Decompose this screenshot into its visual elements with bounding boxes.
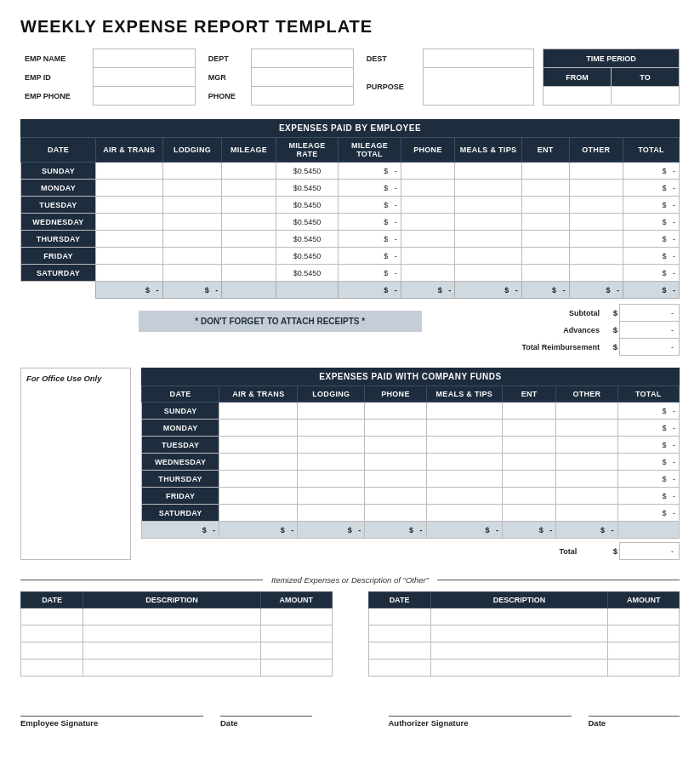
lodging-cell[interactable] (162, 197, 222, 214)
phone-cell[interactable] (401, 163, 454, 180)
item-desc-r[interactable] (430, 642, 608, 660)
ent-cell[interactable] (521, 248, 569, 265)
item-date-l[interactable] (21, 660, 83, 677)
item-desc-l[interactable] (83, 608, 261, 625)
air-trans-cell[interactable] (95, 265, 162, 282)
co-meals-tips-cell[interactable] (426, 403, 502, 420)
mileage-cell[interactable] (222, 163, 276, 180)
ent-cell[interactable] (521, 265, 569, 282)
mileage-cell[interactable] (222, 214, 276, 231)
mileage-cell[interactable] (222, 180, 276, 197)
ent-cell[interactable] (521, 163, 569, 180)
co-meals-tips-cell[interactable] (426, 505, 502, 522)
co-air-trans-cell[interactable] (219, 420, 298, 437)
from-value[interactable] (543, 87, 612, 106)
ent-cell[interactable] (521, 180, 569, 197)
item-amount-r[interactable] (608, 608, 680, 625)
meals-tips-cell[interactable] (455, 197, 522, 214)
lodging-cell[interactable] (162, 180, 222, 197)
co-phone-cell[interactable] (365, 505, 426, 522)
co-other-cell[interactable] (556, 403, 617, 420)
other-cell[interactable] (569, 180, 623, 197)
co-phone-cell[interactable] (365, 488, 426, 505)
purpose-value[interactable] (424, 68, 534, 106)
item-amount-r[interactable] (608, 660, 680, 677)
co-lodging-cell[interactable] (298, 454, 365, 471)
ent-cell[interactable] (521, 214, 569, 231)
item-amount-l[interactable] (260, 625, 332, 642)
co-lodging-cell[interactable] (298, 488, 365, 505)
co-meals-tips-cell[interactable] (426, 471, 502, 488)
mileage-cell[interactable] (222, 265, 276, 282)
other-cell[interactable] (569, 214, 623, 231)
item-date-r[interactable] (368, 608, 430, 625)
item-date-l[interactable] (21, 608, 83, 625)
meals-tips-cell[interactable] (455, 265, 522, 282)
subtotal-value[interactable]: - (620, 305, 680, 322)
co-ent-cell[interactable] (503, 403, 556, 420)
phone-cell[interactable] (401, 180, 454, 197)
meals-tips-cell[interactable] (455, 231, 522, 248)
co-ent-cell[interactable] (503, 505, 556, 522)
item-amount-r[interactable] (608, 625, 680, 642)
emp-name-value[interactable] (93, 49, 195, 68)
co-ent-cell[interactable] (503, 454, 556, 471)
mileage-cell[interactable] (222, 248, 276, 265)
total-reimb-value[interactable]: - (620, 339, 680, 356)
item-desc-r[interactable] (430, 608, 608, 625)
co-meals-tips-cell[interactable] (426, 488, 502, 505)
item-desc-r[interactable] (430, 660, 608, 677)
meals-tips-cell[interactable] (455, 180, 522, 197)
co-air-trans-cell[interactable] (219, 403, 298, 420)
mileage-cell[interactable] (222, 197, 276, 214)
emp-id-value[interactable] (93, 68, 195, 87)
other-cell[interactable] (569, 265, 623, 282)
ent-cell[interactable] (521, 197, 569, 214)
phone-cell[interactable] (401, 248, 454, 265)
co-meals-tips-cell[interactable] (426, 420, 502, 437)
co-ent-cell[interactable] (503, 420, 556, 437)
item-date-l[interactable] (21, 642, 83, 660)
co-phone-cell[interactable] (365, 437, 426, 454)
item-date-l[interactable] (21, 625, 83, 642)
co-ent-cell[interactable] (503, 437, 556, 454)
item-desc-l[interactable] (83, 660, 261, 677)
item-desc-l[interactable] (83, 642, 261, 660)
other-cell[interactable] (569, 231, 623, 248)
co-air-trans-cell[interactable] (219, 505, 298, 522)
dest-value[interactable] (424, 49, 534, 68)
emp-phone-value[interactable] (93, 87, 195, 106)
item-desc-l[interactable] (83, 625, 261, 642)
co-phone-cell[interactable] (365, 403, 426, 420)
item-amount-l[interactable] (260, 642, 332, 660)
co-ent-cell[interactable] (503, 471, 556, 488)
co-air-trans-cell[interactable] (219, 488, 298, 505)
item-amount-l[interactable] (260, 608, 332, 625)
co-other-cell[interactable] (556, 420, 617, 437)
co-other-cell[interactable] (556, 488, 617, 505)
co-lodging-cell[interactable] (298, 505, 365, 522)
phone-value[interactable] (251, 87, 353, 106)
ent-cell[interactable] (521, 231, 569, 248)
co-air-trans-cell[interactable] (219, 454, 298, 471)
co-phone-cell[interactable] (365, 420, 426, 437)
other-cell[interactable] (569, 197, 623, 214)
meals-tips-cell[interactable] (455, 163, 522, 180)
phone-cell[interactable] (401, 197, 454, 214)
air-trans-cell[interactable] (95, 214, 162, 231)
mileage-cell[interactable] (222, 231, 276, 248)
other-cell[interactable] (569, 248, 623, 265)
co-lodging-cell[interactable] (298, 403, 365, 420)
air-trans-cell[interactable] (95, 163, 162, 180)
air-trans-cell[interactable] (95, 180, 162, 197)
air-trans-cell[interactable] (95, 231, 162, 248)
other-cell[interactable] (569, 163, 623, 180)
air-trans-cell[interactable] (95, 248, 162, 265)
co-other-cell[interactable] (556, 471, 617, 488)
phone-cell[interactable] (401, 214, 454, 231)
co-lodging-cell[interactable] (298, 420, 365, 437)
co-meals-tips-cell[interactable] (426, 454, 502, 471)
co-phone-cell[interactable] (365, 471, 426, 488)
meals-tips-cell[interactable] (455, 248, 522, 265)
to-value[interactable] (612, 87, 680, 106)
